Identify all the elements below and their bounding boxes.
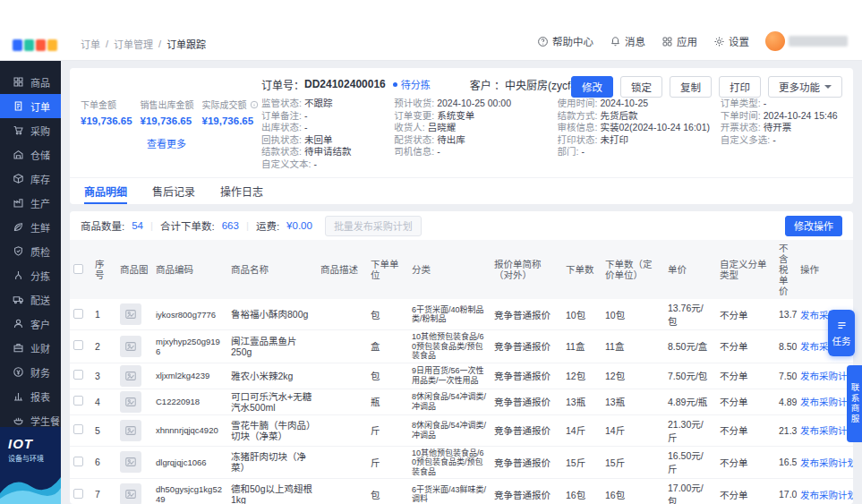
messages-link[interactable]: 消息 [610, 34, 645, 48]
sidebar-item-delivery[interactable]: 配送 [0, 287, 61, 312]
apps-link[interactable]: 应用 [661, 34, 697, 48]
row-checkbox[interactable] [73, 309, 83, 319]
row-checkbox[interactable] [73, 489, 83, 499]
print-button[interactable]: 打印 [719, 76, 761, 98]
customer-label: 客户 ： [470, 80, 505, 92]
tab-operation-log[interactable]: 操作日志 [220, 178, 263, 204]
truck-icon [13, 294, 24, 305]
publish-purchase-plan-link[interactable]: 发布采购计划 [800, 397, 853, 407]
chevron-down-icon [824, 85, 832, 89]
user-menu[interactable] [765, 31, 848, 51]
logo-bar [47, 39, 57, 51]
tab-product-detail[interactable]: 商品明细 [84, 178, 127, 204]
breadcrumb: 订单 / 订单管理 / 订单跟踪 [81, 37, 206, 51]
edit-button[interactable]: 修改 [571, 76, 613, 98]
row-checkbox[interactable] [73, 424, 83, 434]
publish-purchase-plan-link[interactable]: 发布采购计划 [800, 371, 853, 381]
col-notax-price: 不含税单价 [775, 240, 797, 299]
image-icon [124, 456, 137, 468]
col-index: 序号 [91, 240, 116, 299]
publish-purchase-plan-link[interactable]: 发布采购计划 [800, 425, 853, 436]
select-all-checkbox[interactable] [73, 264, 83, 274]
batch-publish-purchase-plan-button[interactable]: 批量发布采购计划 [325, 216, 422, 236]
sidebar-item-sorting[interactable]: 分拣 [0, 263, 61, 287]
sidebar-item-warehouse[interactable]: 仓储 [0, 142, 61, 167]
sidebar-item-inventory[interactable]: 库存 [0, 167, 61, 191]
product-table-card: 商品数量: 54 | 合计下单数: 663 | 运费: ¥0.00 批量发布采购… [70, 211, 853, 504]
help-center-link[interactable]: 帮助中心 [537, 34, 593, 48]
sidebar-item-production[interactable]: 生产 [0, 191, 61, 215]
product-image[interactable] [120, 391, 141, 413]
lock-button[interactable]: 锁定 [620, 76, 662, 98]
publish-purchase-plan-link[interactable]: 发布采购计划 [800, 490, 853, 500]
row-checkbox[interactable] [73, 457, 83, 466]
person-icon [13, 318, 24, 329]
sidebar-item-orders[interactable]: 订单 [0, 94, 61, 118]
sidebar-item-purchase[interactable]: 采购 [0, 118, 61, 142]
breadcrumb-current: 订单跟踪 [166, 37, 206, 51]
task-list-icon [836, 320, 848, 331]
metric-order-amount: 下单金额 ¥19,736.65 [81, 98, 132, 126]
product-name: 雪花牛腩（牛肉品）切块（净菜） [227, 414, 317, 446]
product-image[interactable] [120, 451, 141, 473]
avatar[interactable] [765, 31, 785, 51]
product-image[interactable] [120, 483, 141, 504]
sidebar-brand-footer: IOT 设备与环境 [0, 427, 61, 504]
help-icon [537, 36, 549, 47]
sidebar-menu: 商品 订单 采购 仓储 库存 生产 生鲜 质检 [0, 61, 61, 432]
product-code: xljxml2kg4239 [152, 363, 227, 389]
sidebar-item-fresh[interactable]: 生鲜 [0, 215, 61, 239]
product-desc [317, 446, 367, 479]
bar-chart-icon [13, 390, 24, 402]
copy-button[interactable]: 复制 [670, 76, 712, 98]
iot-brand-sub: 设备与环境 [8, 453, 44, 463]
product-name: 鲁裕福小酥肉800g [227, 299, 317, 330]
view-more-link[interactable]: 查看更多 [81, 136, 252, 150]
table-header-row: 序号 商品图 商品编码 商品名称 商品描述 下单单位 分类 报价单简称（对外） … [70, 240, 853, 299]
row-checkbox[interactable] [73, 396, 83, 406]
col-price: 单价 [664, 240, 716, 299]
messages-label: 消息 [625, 34, 645, 48]
document-icon [13, 100, 24, 112]
settings-link[interactable]: 设置 [713, 34, 749, 48]
col-qty: 下单数 [562, 240, 602, 299]
product-image[interactable] [120, 336, 141, 357]
details-column-3: 使用时间:2024-10-25 结款方式:先货后款 审核信息:实装02(2024… [558, 98, 710, 170]
product-count: 54 [132, 220, 143, 231]
row-checkbox[interactable] [73, 340, 83, 350]
gear-icon [713, 36, 725, 47]
product-image[interactable] [120, 303, 141, 325]
split-icon [13, 269, 24, 281]
more-functions-button[interactable]: 更多功能 [768, 76, 842, 98]
cart-icon [13, 124, 24, 136]
order-details: 监管状态:不跟踪 订单备注:- 出库状态:- 回执状态:未回单 结款状态:待申请… [261, 98, 842, 170]
table-row: 4 C12220918 可口可乐汽水+无糖汽水500ml 瓶 8休闲食品/54冲… [70, 389, 853, 414]
sidebar-item-customers[interactable]: 客户 [0, 312, 61, 336]
sidebar-item-label: 学生餐 [30, 414, 60, 428]
sidebar-item-reports[interactable]: 报表 [0, 384, 61, 408]
sidebar-item-label: 配送 [30, 293, 50, 307]
contact-service-tab[interactable]: 联系商服 [847, 365, 862, 442]
status-badge: 待分拣 [393, 77, 431, 91]
col-desc: 商品描述 [317, 240, 367, 299]
edit-operation-button[interactable]: 修改操作 [785, 216, 842, 236]
sidebar-item-label: 分拣 [30, 269, 50, 283]
sidebar-item-finance[interactable]: 财务 [0, 360, 61, 384]
sidebar-item-goods[interactable]: 商品 [0, 70, 61, 94]
product-image[interactable] [120, 365, 141, 387]
sidebar-item-bizfinance[interactable]: 业财 [0, 336, 61, 360]
task-float-button[interactable]: 任务 [828, 310, 855, 356]
grid-icon [13, 76, 24, 88]
sidebar-item-qc[interactable]: 质检 [0, 239, 61, 263]
product-category: 8休闲食品/54冲调类/冲调品 [408, 389, 491, 414]
publish-purchase-plan-link[interactable]: 发布采购计划 [800, 457, 853, 468]
table-row: 2 mjxyhyp250g9196 闽江壹品黑鱼片250g 盒 10其他预包装食… [70, 330, 853, 363]
row-checkbox[interactable] [73, 370, 83, 380]
tab-aftersale-records[interactable]: 售后记录 [152, 178, 195, 204]
details-column-1: 监管状态:不跟踪 订单备注:- 出库状态:- 回执状态:未回单 结款状态:待申请… [261, 98, 383, 170]
breadcrumb-item[interactable]: 订单管理 [114, 37, 153, 51]
order-actions: 修改 锁定 复制 打印 更多功能 [571, 76, 842, 98]
bell-icon [610, 36, 621, 47]
breadcrumb-item[interactable]: 订单 [81, 37, 100, 51]
product-image[interactable] [120, 420, 141, 441]
